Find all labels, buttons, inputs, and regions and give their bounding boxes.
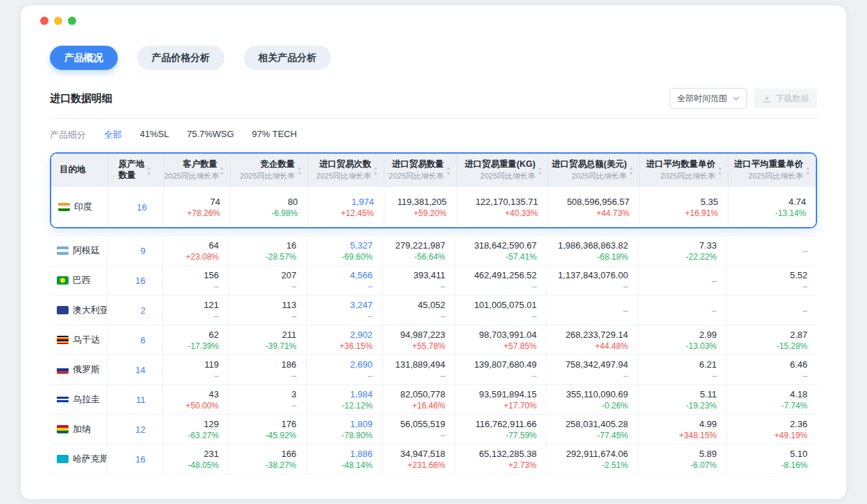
growth-value: -17.39% xyxy=(188,341,219,351)
filter-option-all[interactable]: 全部 xyxy=(104,129,122,141)
cell-value: 231 xyxy=(204,449,219,459)
origin-count-link[interactable]: 16 xyxy=(136,276,145,286)
sort-icon[interactable]: ▲▼ xyxy=(297,165,302,176)
country-name: 加纳 xyxy=(73,423,91,435)
table-row-brazil[interactable]: 巴西16156–207–4,566–393,411–462,491,256.52… xyxy=(50,266,817,296)
column-header-competitors[interactable]: 竞企数量2025同比增长率▲▼ xyxy=(231,154,308,187)
origin-count-link[interactable]: 9 xyxy=(141,246,145,256)
cell-avg-qty-price: 5.11-19.23% xyxy=(638,385,727,414)
filter-option-sl-41[interactable]: 41%SL xyxy=(140,129,169,141)
cell-avg-wt-price: 5.52– xyxy=(727,266,817,295)
growth-value: – xyxy=(623,371,628,381)
trade-count-link[interactable]: 1,886 xyxy=(350,449,373,459)
filter-option-wsg-75[interactable]: 75.7%WSG xyxy=(187,129,234,141)
table-row-argentina[interactable]: 阿根廷964+23.08%16-28.57%5,327-69.60%279,22… xyxy=(50,236,817,266)
sort-icon[interactable]: ▲▼ xyxy=(805,165,810,176)
tab-related-products[interactable]: 相关产品分析 xyxy=(244,46,331,70)
table-row-ghana[interactable]: 加纳12129-63.27%176-45.92%1,809-78.90%56,0… xyxy=(50,415,817,444)
trade-count-link[interactable]: 5,327 xyxy=(350,240,373,251)
trade-count-link[interactable]: 3,247 xyxy=(350,300,373,310)
trade-count-link[interactable]: 1,809 xyxy=(350,419,373,429)
country-name: 阿根廷 xyxy=(73,244,100,257)
cell-avg-wt-price: – xyxy=(727,296,817,325)
origin-count-link[interactable]: 14 xyxy=(136,365,145,375)
cell-value: 64 xyxy=(209,240,219,251)
growth-value: -48.14% xyxy=(341,460,373,470)
growth-value: -12.12% xyxy=(341,401,373,411)
import-data-table: 目的地原产地数量▲▼客户数量2025同比增长率▲▼竞企数量2025同比增长率▲▼… xyxy=(50,152,817,474)
origin-count-cell: 14 xyxy=(107,355,163,384)
column-header-origin-count[interactable]: 原产地数量▲▼ xyxy=(109,154,164,187)
origin-count-link[interactable]: 12 xyxy=(136,424,145,435)
origin-count-link[interactable]: 16 xyxy=(136,454,145,465)
tab-overview[interactable]: 产品概况 xyxy=(50,46,118,70)
column-header-trade-count[interactable]: 进口贸易次数2025同比增长率▲▼ xyxy=(308,154,384,187)
origin-count-link[interactable]: 11 xyxy=(136,395,146,405)
cell-customers: 156– xyxy=(163,266,229,295)
trade-count-link[interactable]: 4,566 xyxy=(350,270,373,280)
table-row-australia[interactable]: 澳大利亚2121–113–3,247–45,052–101,005,075.01… xyxy=(50,296,817,325)
cell-trade-quantity: 45,052– xyxy=(383,296,456,325)
growth-value: -7.74% xyxy=(781,401,807,411)
column-header-avg-wt-price[interactable]: 进口平均重量单价2025同比增长率▲▼ xyxy=(729,154,816,187)
cell-customers: 129-63.27% xyxy=(163,415,229,444)
column-header-trade-quantity[interactable]: 进口贸易数量2025同比增长率▲▼ xyxy=(384,154,457,187)
cell-competitors: 176-45.92% xyxy=(229,415,307,444)
sort-icon[interactable]: ▲▼ xyxy=(629,165,634,176)
table-row-russia[interactable]: 俄罗斯14119–186–2,690–131,889,494–139,807,6… xyxy=(50,355,817,385)
sort-icon[interactable]: ▲▼ xyxy=(717,165,722,176)
column-header-customers[interactable]: 客户数量2025同比增长率▲▼ xyxy=(164,154,231,187)
sort-icon[interactable]: ▲▼ xyxy=(373,165,378,176)
sort-icon[interactable]: ▲▼ xyxy=(446,165,451,176)
trade-count-link[interactable]: 1,984 xyxy=(350,389,373,399)
growth-value: -45.92% xyxy=(265,431,296,440)
growth-value: -19.23% xyxy=(686,401,717,411)
cell-trade-weight: 122,170,135.71+40.33% xyxy=(457,187,548,227)
table-row-uganda[interactable]: 乌干达662-17.39%211-39.71%2,902+36.15%94,98… xyxy=(50,325,817,355)
growth-value: +16.46% xyxy=(412,401,445,411)
cell-value: 5.89 xyxy=(699,449,717,459)
zoom-button[interactable] xyxy=(68,17,76,25)
growth-value: – xyxy=(712,371,717,381)
table-row-uruguay[interactable]: 乌拉圭1143+50.00%3–1,984-12.12%82,050,778+1… xyxy=(50,385,817,415)
cell-avg-qty-price: – xyxy=(638,266,727,295)
column-header-trade-total[interactable]: 进口贸易总额(美元)2025同比增长率▲▼ xyxy=(548,154,640,187)
filter-option-tech-97[interactable]: 97% TECH xyxy=(252,129,297,141)
sort-icon[interactable]: ▲▼ xyxy=(537,165,542,176)
origin-count-link[interactable]: 16 xyxy=(137,202,147,213)
cell-value: 318,642,590.67 xyxy=(474,240,537,251)
destination-cell: 俄罗斯 xyxy=(50,355,107,384)
tabs: 产品概况产品价格分析相关产品分析 xyxy=(50,46,817,70)
table-row-india[interactable]: 印度1674+78.26%80-6.98%1,974+12.45%119,381… xyxy=(51,187,816,227)
column-header-avg-qty-price[interactable]: 进口平均数量单价2025同比增长率▲▼ xyxy=(640,154,729,187)
table-row-kazakhstan[interactable]: 哈萨克斯坦16231-48.05%166-38.27%1,886-48.14%3… xyxy=(50,444,817,474)
sort-icon[interactable]: ▲▼ xyxy=(220,165,224,176)
section-actions: 全部时间范围 下载数据 xyxy=(670,88,817,109)
origin-count-link[interactable]: 2 xyxy=(141,305,145,316)
window-controls xyxy=(21,6,846,25)
filter-options: 全部41%SL75.7%WSG97% TECH xyxy=(104,129,297,141)
trade-count-link[interactable]: 2,690 xyxy=(350,359,373,370)
column-header-trade-weight[interactable]: 进口贸易重量(KG)2025同比增长率▲▼ xyxy=(457,154,548,187)
time-range-select[interactable]: 全部时间范围 xyxy=(670,88,747,109)
cell-avg-qty-price: – xyxy=(638,296,727,325)
growth-value: -48.05% xyxy=(188,460,219,470)
cell-trade-quantity: 393,411– xyxy=(383,266,456,295)
cell-value: 94,987,223 xyxy=(400,330,445,340)
sort-icon[interactable]: ▲▼ xyxy=(147,165,152,176)
chevron-down-icon xyxy=(733,96,740,100)
close-button[interactable] xyxy=(40,17,48,25)
cell-trade-weight: 462,491,256.52– xyxy=(456,266,547,295)
cell-avg-wt-price: 2.87-15.28% xyxy=(727,325,817,354)
cell-trade-total: 292,911,674.06-2.51% xyxy=(547,444,638,474)
minimize-button[interactable] xyxy=(54,17,62,25)
trade-count-link[interactable]: 1,974 xyxy=(351,197,374,207)
trade-count-link[interactable]: 2,902 xyxy=(350,330,373,340)
country-name: 澳大利亚 xyxy=(73,304,107,316)
cell-value: 5.10 xyxy=(790,449,807,459)
download-button[interactable]: 下载数据 xyxy=(754,89,817,108)
tab-price-analysis[interactable]: 产品价格分析 xyxy=(137,46,224,70)
cell-avg-wt-price: 6.46– xyxy=(727,355,817,384)
origin-count-link[interactable]: 6 xyxy=(141,335,145,345)
cell-competitors: 80-6.98% xyxy=(231,187,308,227)
